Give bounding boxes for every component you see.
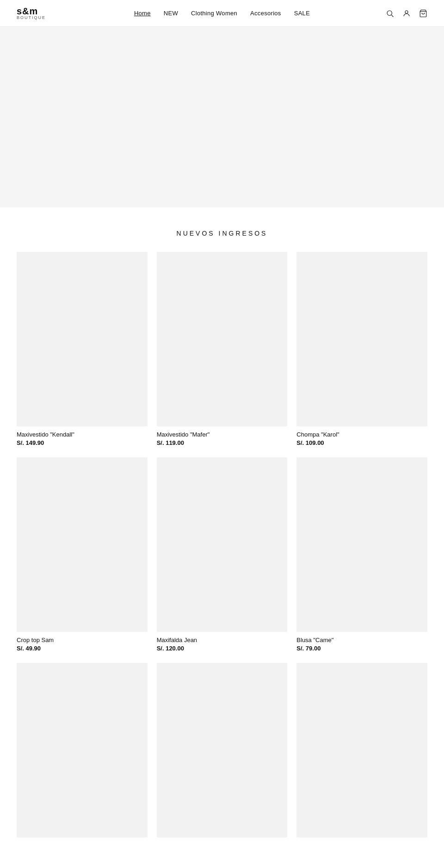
product-image [17, 663, 148, 837]
product-card[interactable] [157, 663, 288, 843]
search-icon[interactable] [386, 9, 394, 18]
product-name: Maxifalda Jean [157, 637, 288, 643]
nav-clothing-women[interactable]: Clothing Women [191, 10, 237, 17]
svg-point-0 [387, 11, 392, 16]
product-image [17, 252, 148, 426]
product-card[interactable]: Crop top SamS/. 49.90 [17, 457, 148, 652]
product-card[interactable]: Maxivestido "Kendall"S/. 149.90 [17, 252, 148, 446]
account-icon[interactable] [402, 9, 411, 18]
header-actions [386, 9, 427, 18]
product-card[interactable] [296, 663, 427, 843]
logo-sub: Boutique [17, 16, 46, 20]
logo-main: s&m [17, 6, 38, 16]
product-price: S/. 49.90 [17, 645, 148, 652]
product-card[interactable]: Blusa "Came"S/. 79.00 [296, 457, 427, 652]
product-image [157, 252, 288, 426]
product-price: S/. 119.00 [157, 439, 288, 446]
product-name: Chompa "Karol" [296, 431, 427, 438]
nav-sale[interactable]: SALE [294, 10, 310, 17]
nav-new[interactable]: NEW [164, 10, 178, 17]
cart-icon[interactable] [419, 9, 427, 18]
product-image [296, 457, 427, 632]
product-image [296, 252, 427, 426]
product-name: Maxivestido "Mafer" [157, 431, 288, 438]
svg-line-1 [391, 15, 393, 17]
product-name: Crop top Sam [17, 637, 148, 643]
product-name: Maxivestido "Kendall" [17, 431, 148, 438]
site-header: s&m Boutique Home NEW Clothing Women Acc… [0, 0, 444, 27]
nav-accesorios[interactable]: Accesorios [250, 10, 281, 17]
product-card[interactable]: Maxivestido "Mafer"S/. 119.00 [157, 252, 288, 446]
main-nav: Home NEW Clothing Women Accesorios SALE [134, 10, 310, 17]
product-card[interactable] [17, 663, 148, 843]
section-title: NUEVOS INGRESOS [0, 207, 444, 252]
hero-banner [0, 27, 444, 207]
svg-point-2 [405, 11, 408, 13]
product-price: S/. 149.90 [17, 439, 148, 446]
product-price: S/. 79.00 [296, 645, 427, 652]
product-image [296, 663, 427, 837]
product-image [17, 457, 148, 632]
product-price: S/. 120.00 [157, 645, 288, 652]
product-image [157, 663, 288, 837]
product-grid: Maxivestido "Kendall"S/. 149.90Maxivesti… [0, 252, 444, 868]
logo[interactable]: s&m Boutique [17, 6, 46, 20]
product-image [157, 457, 288, 632]
product-card[interactable]: Chompa "Karol"S/. 109.00 [296, 252, 427, 446]
product-card[interactable]: Maxifalda JeanS/. 120.00 [157, 457, 288, 652]
product-price: S/. 109.00 [296, 439, 427, 446]
product-name: Blusa "Came" [296, 637, 427, 643]
nav-home[interactable]: Home [134, 10, 151, 17]
